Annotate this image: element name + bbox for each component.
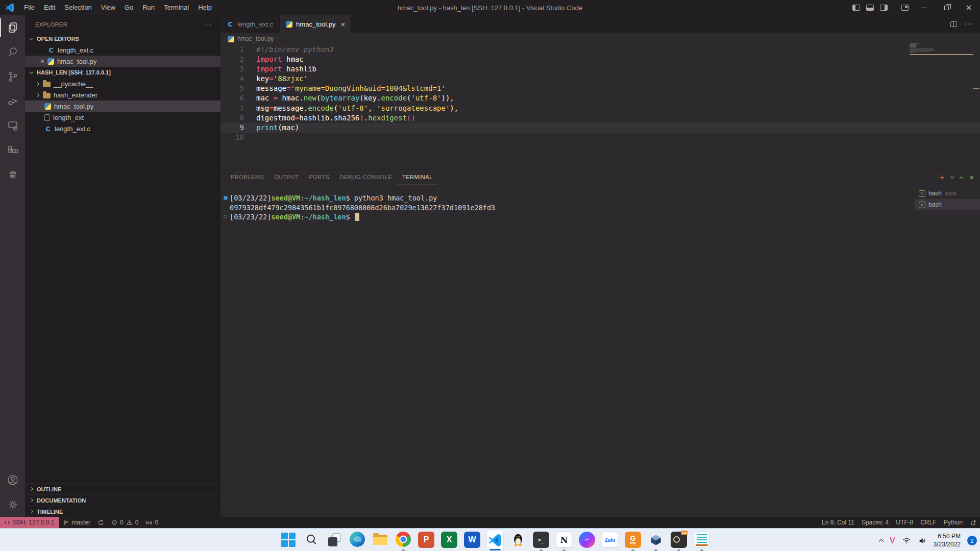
maximize-panel-icon[interactable] — [960, 176, 963, 180]
cheat-engine-icon[interactable]: 64 — [671, 529, 687, 551]
terminal-app-icon[interactable]: >_ — [533, 529, 549, 551]
linux-tux-icon[interactable] — [510, 529, 526, 551]
terminal-output[interactable]: [03/23/22]seed@VM:~/hash_len$ python3 hm… — [224, 193, 495, 221]
customize-layout-icon[interactable] — [901, 5, 909, 11]
menu-help[interactable]: Help — [193, 0, 216, 15]
minimap[interactable] — [910, 43, 973, 53]
git-branch[interactable]: master — [59, 517, 94, 528]
v-app-tray-icon[interactable]: V — [890, 536, 895, 545]
line-number: 8 — [220, 113, 244, 123]
problems-indicator[interactable]: 0 0 — [108, 517, 142, 528]
language-mode[interactable]: Python — [940, 517, 966, 528]
source-control-icon[interactable] — [0, 64, 25, 89]
sync-changes-icon[interactable] — [94, 517, 108, 528]
chrome-icon[interactable] — [395, 529, 411, 551]
edge-icon[interactable] — [349, 529, 365, 551]
panel-tab-problems[interactable]: PROBLEMS — [226, 169, 269, 185]
powerpoint-icon[interactable]: P — [418, 529, 434, 551]
indentation[interactable]: Spaces: 4 — [858, 517, 892, 528]
settings-gear-icon[interactable] — [0, 492, 25, 517]
clock[interactable]: 6:50 PM 3/23/2022 — [934, 533, 961, 548]
cursor-position[interactable]: Ln 9, Col 11 — [818, 517, 858, 528]
close-button[interactable]: × — [958, 0, 980, 15]
panel-tab-ports[interactable]: PORTS — [304, 169, 334, 185]
minimize-button[interactable] — [913, 0, 935, 15]
tab-hmac_tool.py[interactable]: hmac_tool.py× — [280, 15, 352, 33]
restore-button[interactable] — [935, 0, 958, 15]
breadcrumb[interactable]: hmac_tool.py — [220, 33, 980, 45]
new-terminal-icon[interactable]: + — [940, 173, 944, 182]
tab-length_ext.c[interactable]: Clength_ext.c — [220, 15, 280, 33]
tree-item-hmac_tool.py[interactable]: hmac_tool.py — [25, 101, 220, 112]
panel-tab-terminal[interactable]: TERMINAL — [397, 169, 438, 185]
extensions-icon[interactable] — [0, 138, 25, 162]
close-editor-icon[interactable]: × — [37, 57, 47, 65]
wifi-icon[interactable] — [902, 537, 911, 545]
messenger-icon[interactable] — [579, 529, 595, 551]
notifications-bell-icon[interactable] — [966, 517, 980, 528]
split-editor-icon[interactable] — [950, 21, 957, 27]
volume-icon[interactable] — [918, 537, 927, 545]
search-icon[interactable] — [0, 40, 25, 64]
notepad-icon[interactable] — [694, 529, 710, 551]
more-actions-icon[interactable]: ··· — [204, 20, 212, 29]
open-editors-section[interactable]: OPEN EDITORS — [25, 33, 220, 44]
menu-file[interactable]: File — [19, 0, 39, 15]
line-number: 1 — [220, 45, 244, 55]
tree-item-length_ext[interactable]: length_ext — [25, 112, 220, 123]
open-editor-length_ext.c[interactable]: Clength_ext.c — [25, 44, 220, 56]
menu-view[interactable]: View — [96, 0, 120, 15]
section-outline[interactable]: OUTLINE — [25, 483, 220, 494]
section-documentation[interactable]: DOCUMENTATION — [25, 494, 220, 506]
section-timeline[interactable]: TIMELINE — [25, 506, 220, 517]
menu-edit[interactable]: Edit — [39, 0, 60, 15]
code-editor[interactable]: 1#!/bin/env python32import hmac3import h… — [220, 45, 980, 169]
zalo-icon[interactable]: Zalo — [602, 529, 618, 551]
paw-extension-icon[interactable] — [0, 162, 25, 187]
toggle-secondary-sidebar-icon[interactable] — [880, 5, 888, 11]
pdf-app-icon[interactable]: GPDF — [625, 529, 641, 551]
taskbar-search-icon[interactable] — [303, 529, 320, 551]
explorer-icon[interactable] — [0, 15, 25, 40]
panel-tab-output[interactable]: OUTPUT — [269, 169, 304, 185]
code-line-9: 9print(mac) — [220, 123, 980, 133]
encoding[interactable]: UTF-8 — [892, 517, 917, 528]
toggle-sidebar-icon[interactable] — [852, 5, 860, 11]
window-title: hmac_tool.py - hash_len [SSH: 127.0.0.1]… — [398, 4, 583, 12]
open-editor-hmac_tool.py[interactable]: ×hmac_tool.py — [25, 56, 220, 67]
start-button[interactable] — [280, 529, 297, 551]
menu-terminal[interactable]: Terminal — [159, 0, 193, 15]
menu-go[interactable]: Go — [120, 0, 138, 15]
close-tab-icon[interactable]: × — [340, 20, 345, 28]
menu-run[interactable]: Run — [138, 0, 159, 15]
code-line-10: 10 — [220, 133, 980, 142]
menu-selection[interactable]: Selection — [60, 0, 96, 15]
run-debug-icon[interactable] — [0, 89, 25, 113]
notion-icon[interactable]: N — [556, 529, 572, 551]
terminal-dropdown-icon[interactable] — [950, 175, 954, 179]
close-panel-icon[interactable]: × — [969, 173, 974, 181]
word-icon[interactable]: W — [464, 529, 480, 551]
task-view-icon[interactable] — [326, 529, 342, 551]
terminal-instance-2[interactable]: >bash — [915, 199, 980, 210]
editor-more-actions-icon[interactable]: ··· — [964, 19, 974, 29]
file-name: length_ext.c — [58, 46, 93, 54]
tree-item-hash_extender[interactable]: hash_extender — [25, 89, 220, 101]
workspace-section[interactable]: HASH_LEN [SSH: 127.0.0.1] — [25, 67, 220, 78]
remote-indicator[interactable]: SSH: 127.0.0.1 — [0, 517, 59, 528]
tree-item-length_ext.c[interactable]: Clength_ext.c — [25, 123, 220, 134]
remote-explorer-icon[interactable] — [0, 113, 25, 138]
toggle-panel-icon[interactable] — [866, 5, 874, 11]
terminal-instance-1[interactable]: >bashwww — [915, 188, 980, 199]
virtualbox-icon[interactable] — [648, 529, 664, 551]
panel-tab-debug-console[interactable]: DEBUG CONSOLE — [335, 169, 397, 185]
eol-sequence[interactable]: CRLF — [917, 517, 940, 528]
tray-overflow-icon[interactable] — [878, 539, 884, 544]
ports-indicator[interactable]: 0 — [142, 517, 162, 528]
tree-item-__pycache__[interactable]: __pycache__ — [25, 78, 220, 89]
excel-icon[interactable]: X — [441, 529, 457, 551]
file-explorer-icon[interactable] — [372, 529, 388, 551]
account-icon[interactable] — [0, 468, 25, 492]
notification-badge[interactable]: 2 — [967, 536, 977, 545]
vscode-taskbar-icon[interactable] — [487, 530, 503, 551]
